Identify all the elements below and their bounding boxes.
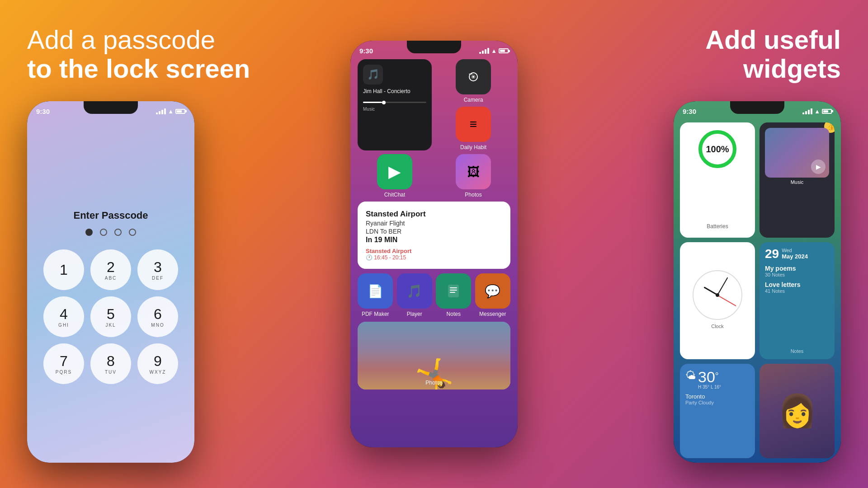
battery-icon — [175, 109, 185, 114]
notes-date-badge: 29 Wed May 2024 — [765, 248, 829, 260]
notes-weekday: Wed — [782, 248, 808, 253]
weather-temp-block: 30 ° H 35° L 16° — [698, 369, 721, 389]
daily-habit-label: Daily Habit — [460, 144, 486, 150]
app-messenger[interactable]: 💬 Messenger — [475, 273, 511, 317]
battery-fill — [177, 110, 182, 113]
right-apps-col: Camera ≡ Daily Habit — [436, 59, 510, 150]
num-btn-3[interactable]: 3DEF — [137, 249, 178, 290]
center-phone-notch — [407, 41, 461, 53]
minute-hand — [717, 277, 728, 296]
right-home-screen: 9:30 ▲ — [674, 101, 841, 463]
app-daily-habit[interactable]: ≡ Daily Habit — [436, 107, 510, 150]
weather-city: Toronto — [685, 393, 750, 400]
status-time-left: 9:30 — [36, 108, 50, 115]
clock-label: Clock — [711, 322, 724, 331]
chitchat-label: ChitChat — [384, 192, 406, 198]
status-time-right: 9:30 — [683, 108, 696, 115]
num-btn-6[interactable]: 6MNO — [137, 296, 178, 337]
flight-link[interactable]: Stansted Airport — [366, 248, 502, 254]
notes-icon — [436, 273, 471, 309]
app-photos[interactable]: 🖼 Photos — [436, 154, 510, 198]
right-phone-notch — [730, 101, 784, 114]
app-player[interactable]: 🎵 Player — [397, 273, 433, 317]
second-hand — [717, 295, 736, 306]
left-heading: Add a passcode to the lock screen — [27, 25, 250, 83]
left-title-line1: Add a passcode — [27, 25, 215, 54]
music-progress-dot — [382, 101, 386, 104]
music-note-icon: 🎵 — [363, 65, 383, 84]
widgets-grid: 100% Batteries 👍 ▶ Music — [674, 118, 841, 463]
passcode-dots — [85, 229, 136, 236]
notes-entry-count-1: 30 Notes — [765, 272, 829, 277]
clock-face — [693, 270, 742, 320]
portrait-emoji: 👩 — [778, 392, 817, 429]
passcode-label: Enter Passcode — [73, 210, 148, 221]
weather-condition: Party Cloudy — [685, 400, 750, 405]
svg-rect-7 — [450, 290, 457, 291]
center-phone-screen: 9:30 ▲ — [350, 41, 518, 447]
messenger-icon: 💬 — [475, 273, 510, 309]
music-progress-bar — [363, 102, 426, 103]
num-btn-8[interactable]: 8TUV — [90, 343, 131, 384]
battery-icon-center — [499, 48, 509, 53]
flight-eta: In 19 MIN — [366, 236, 502, 244]
photos-widget: 🤸 Photos — [358, 322, 510, 389]
app-camera[interactable]: Camera — [436, 59, 510, 103]
phone-notch — [84, 101, 138, 114]
flight-route: LDN To BER — [366, 228, 502, 235]
top-app-row: 🎵 Jim Hall - Concierto Music — [350, 57, 518, 154]
notes-month-year: May 2024 — [782, 253, 808, 260]
passcode-dot-3 — [114, 229, 122, 236]
portrait-image: 👩 — [760, 364, 835, 458]
flight-schedule: 🕐 16:45 - 20:15 — [366, 254, 502, 261]
svg-point-3 — [472, 76, 474, 78]
num-btn-1[interactable]: 1 — [43, 249, 84, 290]
chitchat-icon: ▶ — [377, 154, 412, 189]
num-btn-9[interactable]: 9WXYZ — [137, 343, 178, 384]
wifi-icon-right: ▲ — [814, 108, 820, 115]
music-track-label: Jim Hall - Concierto — [363, 88, 426, 94]
passcode-dot-1 — [85, 229, 93, 236]
right-title-line1: Add useful — [705, 25, 841, 54]
left-title-line2: to the lock screen — [27, 54, 250, 83]
notes-day: 29 — [765, 248, 779, 260]
center-section: 9:30 ▲ — [350, 41, 518, 447]
passcode-dot-2 — [100, 229, 107, 236]
play-button[interactable]: ▶ — [811, 160, 826, 174]
bottom-apps: 📄 PDF Maker 🎵 Player — [350, 273, 518, 322]
weather-hi: H 35° — [698, 385, 709, 389]
app-pdf-maker[interactable]: 📄 PDF Maker — [358, 273, 393, 317]
right-section: Add useful widgets 9:30 ▲ — [615, 25, 841, 463]
num-btn-4[interactable]: 4GHI — [43, 296, 84, 337]
svg-rect-4 — [469, 74, 472, 75]
music-progress-fill — [363, 102, 382, 103]
weather-temp-row: 🌤 30 ° H 35° L 16° — [685, 369, 750, 389]
num-btn-2[interactable]: 2ABC — [90, 249, 131, 290]
app-chitchat[interactable]: ▶ ChitChat — [358, 154, 432, 198]
battery-percentage: 100% — [706, 144, 729, 154]
weather-icon-emoji: 🌤 — [685, 369, 696, 382]
num-btn-7[interactable]: 7PQRS — [43, 343, 84, 384]
notes-entry-count-2: 41 Notes — [765, 288, 829, 294]
weather-degree-symbol: ° — [715, 371, 719, 381]
right-heading: Add useful widgets — [705, 25, 841, 83]
camera-icon — [456, 59, 491, 94]
app-notes[interactable]: Notes — [436, 273, 472, 317]
status-icons-center: ▲ — [479, 47, 509, 54]
signal-bar-1 — [156, 113, 158, 114]
wifi-icon: ▲ — [168, 108, 174, 115]
right-title-line2: widgets — [743, 54, 841, 83]
weather-lo: L 16° — [711, 385, 721, 389]
signal-bar-3 — [161, 110, 163, 114]
widget-batteries: 100% Batteries — [680, 122, 755, 238]
player-icon: 🎵 — [397, 273, 432, 309]
numpad: 1 2ABC 3DEF 4GHI 5JKL 6MNO 7PQRS 8TUV 9W… — [34, 249, 187, 384]
svg-rect-8 — [450, 292, 455, 293]
battery-icon-right — [822, 109, 832, 114]
music-widget-label: Music — [765, 179, 829, 185]
weather-temp-display: 30 ° — [698, 369, 721, 385]
num-btn-5[interactable]: 5JKL — [90, 296, 131, 337]
widget-clock: Clock — [680, 242, 755, 359]
photos-label-app: Photos — [465, 192, 481, 198]
signal-icon-center — [479, 48, 489, 54]
